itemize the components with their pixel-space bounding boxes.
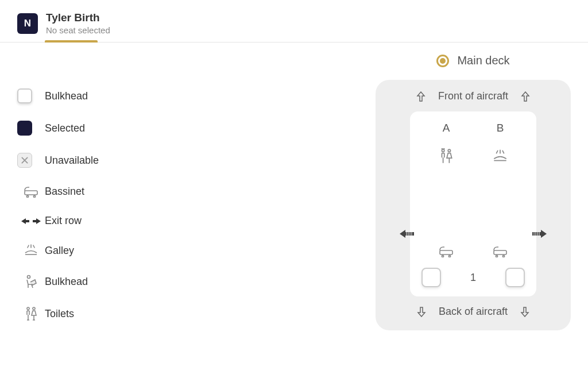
legend-toilets-label: Toilets [45, 308, 74, 320]
back-label-text: Back of aircraft [439, 306, 508, 318]
front-label-text: Front of aircraft [438, 90, 508, 102]
legend-bulkhead-label: Bulkhead [45, 90, 88, 102]
svg-point-5 [33, 307, 35, 310]
bassinet-icon [17, 185, 45, 198]
galley-icon [492, 148, 509, 164]
svg-point-3 [28, 276, 30, 279]
legend-selected-label: Selected [45, 122, 85, 134]
passenger-header: N Tyler Birth No seat selected [0, 0, 588, 43]
seat-1a[interactable] [421, 268, 441, 287]
svg-point-6 [442, 149, 444, 152]
avatar: N [17, 13, 38, 34]
legend-toilets: Toilets [17, 306, 241, 321]
passenger-seat-status: No seat selected [46, 25, 110, 35]
legend-exit-row: Exit row [17, 215, 241, 227]
passenger-info: Tyler Birth No seat selected [46, 11, 110, 35]
legend-galley-label: Galley [45, 245, 74, 257]
selected-swatch-icon [17, 121, 32, 136]
legend-bulkhead-seat-label: Bulkhead [45, 276, 88, 288]
deck-panel: Main deck Front of aircraft A B [376, 54, 571, 338]
arrow-up-icon [416, 91, 425, 102]
feature-row-bassinets [419, 245, 527, 257]
bassinet-icon [438, 245, 455, 257]
seat-row-1: 1 [419, 268, 527, 287]
feature-row-toilets-galley [419, 148, 527, 164]
legend-galley: Galley [17, 244, 241, 257]
bulkhead-swatch-icon [17, 88, 32, 103]
deck-label: Main deck [457, 54, 509, 67]
bassinet-icon [492, 245, 509, 257]
unavailable-swatch-icon [17, 153, 32, 168]
seatmap: Front of aircraft A B [376, 80, 571, 330]
svg-point-13 [502, 255, 504, 257]
svg-rect-11 [494, 250, 506, 255]
legend-exit-row-label: Exit row [45, 215, 82, 227]
exit-arrow-right-icon [532, 229, 547, 239]
legend-bulkhead-seat: Bulkhead [17, 274, 241, 289]
bulkhead-seat-icon [17, 274, 45, 289]
legend: Bulkhead Selected Unavailable Bassinet [0, 54, 241, 338]
column-header-a: A [443, 122, 450, 134]
svg-rect-0 [25, 191, 37, 195]
svg-point-7 [448, 149, 450, 152]
back-of-aircraft-label: Back of aircraft [417, 306, 529, 318]
arrow-down-icon [417, 307, 426, 317]
exit-row-icon [17, 217, 45, 226]
svg-rect-8 [440, 250, 452, 255]
deck-selector[interactable]: Main deck [376, 54, 571, 67]
svg-point-2 [33, 195, 35, 197]
row-number: 1 [470, 272, 476, 284]
legend-bassinet: Bassinet [17, 185, 241, 198]
column-header-b: B [497, 122, 504, 134]
cabin: A B [410, 111, 536, 296]
svg-point-9 [442, 255, 443, 257]
column-headers: A B [419, 122, 527, 134]
legend-unavailable-label: Unavailable [45, 155, 99, 167]
seat-1b[interactable] [505, 268, 525, 287]
svg-point-4 [27, 307, 29, 310]
svg-point-10 [448, 255, 450, 257]
deck-radio-selected-icon [436, 55, 449, 67]
legend-bulkhead: Bulkhead [17, 88, 241, 103]
svg-point-12 [496, 255, 497, 257]
svg-point-1 [26, 195, 28, 197]
galley-icon [17, 244, 45, 257]
legend-unavailable: Unavailable [17, 153, 241, 168]
toilets-icon [17, 306, 45, 321]
arrow-down-icon [520, 307, 529, 317]
passenger-name: Tyler Birth [46, 11, 110, 24]
toilets-icon [438, 148, 454, 164]
active-tab-indicator [45, 40, 98, 43]
front-of-aircraft-label: Front of aircraft [416, 90, 530, 102]
legend-bassinet-label: Bassinet [45, 186, 84, 198]
exit-arrow-left-icon [400, 229, 415, 239]
arrow-up-icon [521, 91, 530, 102]
legend-selected: Selected [17, 121, 241, 136]
